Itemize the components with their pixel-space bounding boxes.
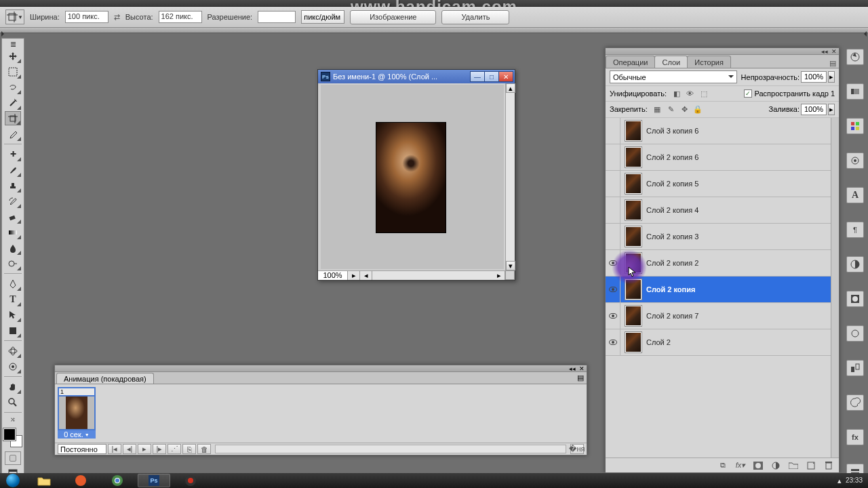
horizontal-scrollbar[interactable]: 100% ▸ ◂ ▸ [318,270,505,280]
fg-color[interactable] [3,428,16,441]
tab-history[interactable]: История [687,56,731,68]
play-button[interactable]: ▸ [138,444,151,454]
next-frame-button[interactable]: |▸ [153,444,166,454]
swap-icon[interactable]: ⇄ [114,13,120,22]
crop-tool-indicator[interactable]: ▼ [5,9,24,24]
scroll-right-icon[interactable]: ▸ [493,271,505,280]
3d-rotate-tool[interactable] [5,344,21,358]
clone-stamp-tool[interactable] [5,178,21,192]
taskbar-explorer[interactable] [28,474,60,487]
tray-arrow-icon[interactable]: ▴ [837,476,842,485]
layer-row[interactable]: Слой 2 копия 7 [606,303,839,329]
panel-menu-icon[interactable]: ▤ [574,372,587,384]
layer-name[interactable]: Слой 2 копия 3 [646,232,698,241]
panel-titlebar[interactable]: ◂◂ ✕ [606,48,839,55]
layer-row[interactable]: Слой 2 копия 2 [606,250,839,277]
hand-tool[interactable] [5,380,21,394]
eraser-tool[interactable] [5,209,21,224]
animation-frame[interactable]: 1 0 сек.▼ [58,387,96,440]
scroll-up-icon[interactable]: ▴ [506,83,515,93]
swatches-icon[interactable] [846,118,864,134]
taskbar-app-1[interactable] [64,474,97,487]
document-window[interactable]: Ps Без имени-1 @ 100% (Слой ... — □ ✕ ▴ … [317,69,515,281]
expand-right-icon[interactable] [861,31,867,37]
layer-thumbnail[interactable] [625,305,642,327]
propagate-checkbox[interactable]: ✓ [744,89,752,98]
menu-bar[interactable] [0,0,868,7]
styles-icon[interactable] [846,152,864,169]
windows-taskbar[interactable]: Ps ▴ 23:33 [0,473,868,488]
layer-row[interactable]: Слой 3 копия 6 [606,118,839,144]
resolution-input[interactable] [258,11,296,23]
resize-grip[interactable] [505,270,515,280]
layer-name[interactable]: Слой 2 копия 6 [646,153,698,161]
character-icon[interactable]: A [846,187,864,203]
new-layer-icon[interactable] [805,460,817,471]
frame-delay-dropdown[interactable]: 0 сек.▼ [58,430,96,439]
panel-titlebar[interactable]: ◂◂ ✕ [55,365,587,372]
shape-tool[interactable] [5,323,21,338]
path-selection-tool[interactable] [5,308,21,322]
expand-left-icon[interactable] [1,31,7,37]
duplicate-frame-button[interactable]: ⎘ [182,444,196,454]
navigator-icon[interactable] [846,49,864,65]
layer-name[interactable]: Слой 2 копия 4 [646,206,698,214]
dodge-tool[interactable] [5,256,21,270]
layer-thumbnail[interactable] [625,173,642,195]
scroll-left-icon[interactable]: ◂ [360,271,372,280]
layer-name[interactable]: Слой 2 копия 7 [646,312,698,320]
prev-frame-button[interactable]: ◂| [123,444,136,454]
layer-visibility-toggle[interactable] [606,197,620,223]
layer-thumbnail[interactable] [625,279,642,300]
lock-position-icon[interactable]: ✥ [679,104,690,115]
layer-row[interactable]: Слой 2 копия 3 [606,224,839,250]
layer-mask-icon[interactable] [752,460,764,471]
brush-presets-icon[interactable] [846,325,864,342]
layer-thumbnail[interactable] [625,331,642,353]
layer-visibility-toggle[interactable] [606,329,620,355]
close-button[interactable]: ✕ [498,71,513,82]
layer-visibility-toggle[interactable] [606,118,620,144]
layer-thumbnail[interactable] [625,146,642,168]
adjustment-layer-icon[interactable] [770,460,782,471]
scroll-down-icon[interactable]: ▾ [506,261,515,270]
close-icon[interactable]: ✕ [829,48,839,54]
tool-presets-icon[interactable]: fx [846,429,864,445]
adjustments-icon[interactable] [846,256,864,272]
vertical-scrollbar[interactable]: ▴ ▾ [505,83,515,270]
taskbar-photoshop[interactable]: Ps [138,474,170,487]
close-icon[interactable]: ✕ [577,365,587,371]
unify-style-icon[interactable]: ⬚ [698,89,709,99]
layer-row[interactable]: Слой 2 копия [606,277,839,303]
layer-visibility-toggle[interactable] [606,250,620,276]
scrollbar[interactable] [831,118,839,458]
clone-source-icon[interactable] [846,360,864,376]
first-frame-button[interactable]: |◂ [108,444,121,454]
move-tool[interactable] [5,49,21,63]
new-group-icon[interactable] [787,460,800,471]
marquee-tool[interactable] [5,64,21,79]
frames-strip[interactable]: 1 0 сек.▼ [55,384,587,443]
tab-animation[interactable]: Анимация (покадровая) [56,373,154,384]
history-brush-tool[interactable] [5,194,21,208]
magic-wand-tool[interactable] [5,96,21,110]
fill-input[interactable]: 100% [801,104,827,115]
blend-mode-combo[interactable]: Обычные [610,70,737,83]
document-canvas[interactable] [321,85,504,269]
palette-icon[interactable] [846,394,864,411]
layer-name[interactable]: Слой 2 копия 2 [646,259,698,267]
masks-icon[interactable] [846,291,864,307]
lock-all-icon[interactable]: 🔒 [693,104,703,115]
layer-row[interactable]: Слой 2 [606,329,839,356]
convert-timeline-button[interactable]: �ня [570,444,584,454]
frame-thumbnail[interactable] [58,395,96,430]
lock-transparency-icon[interactable]: ▦ [652,104,663,115]
clear-button[interactable]: Удалить [441,10,509,24]
layer-row[interactable]: Слой 2 копия 4 [606,197,839,224]
quick-mask-toggle[interactable] [5,451,21,465]
layer-row[interactable]: Слой 2 копия 6 [606,144,839,171]
delete-frame-button[interactable]: 🗑 [197,444,211,454]
anim-scrollbar[interactable] [215,445,566,453]
unify-visibility-icon[interactable]: 👁 [685,88,695,98]
maximize-button[interactable]: □ [484,71,499,82]
